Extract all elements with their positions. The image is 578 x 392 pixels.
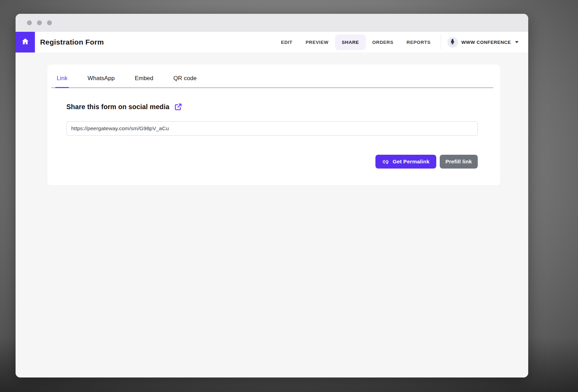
nav-item-reports[interactable]: REPORTS bbox=[400, 35, 437, 50]
home-button[interactable] bbox=[16, 32, 35, 52]
window-control-dot[interactable] bbox=[27, 20, 32, 25]
prefill-link-label: Prefill link bbox=[446, 159, 472, 165]
external-link-icon[interactable] bbox=[174, 103, 183, 111]
tab-whatsapp[interactable]: WhatsApp bbox=[86, 72, 116, 88]
app-window: Registration Form EDIT PREVIEW SHARE ORD… bbox=[16, 14, 528, 377]
account-name: WWW CONFERENCE bbox=[462, 40, 511, 45]
chevron-down-icon bbox=[515, 41, 519, 43]
share-card: Link WhatsApp Embed QR code Share this f… bbox=[47, 65, 500, 185]
prefill-link-button[interactable]: Prefill link bbox=[440, 155, 478, 169]
share-url-input[interactable] bbox=[66, 121, 478, 136]
tab-embed[interactable]: Embed bbox=[133, 72, 155, 88]
header-nav: EDIT PREVIEW SHARE ORDERS REPORTS bbox=[274, 35, 519, 50]
nav-item-share[interactable]: SHARE bbox=[335, 35, 365, 50]
nav-item-orders[interactable]: ORDERS bbox=[366, 35, 400, 50]
avatar bbox=[447, 37, 458, 48]
speaker-podium-icon bbox=[449, 38, 456, 46]
nav-item-edit[interactable]: EDIT bbox=[274, 35, 299, 50]
account-menu[interactable]: WWW CONFERENCE bbox=[447, 35, 519, 50]
tab-qr-code[interactable]: QR code bbox=[172, 72, 198, 88]
app-header: Registration Form EDIT PREVIEW SHARE ORD… bbox=[16, 32, 528, 52]
window-control-dot[interactable] bbox=[37, 20, 42, 25]
link-plus-icon bbox=[382, 158, 389, 165]
nav-item-preview[interactable]: PREVIEW bbox=[299, 35, 335, 50]
share-heading: Share this form on social media bbox=[66, 103, 169, 111]
window-titlebar bbox=[16, 14, 528, 32]
home-icon bbox=[21, 37, 29, 47]
share-tabs: Link WhatsApp Embed QR code bbox=[51, 65, 493, 88]
page-title: Registration Form bbox=[40, 38, 104, 46]
share-panel: Share this form on social media bbox=[47, 103, 500, 169]
window-control-dot[interactable] bbox=[47, 20, 52, 25]
tab-link[interactable]: Link bbox=[55, 72, 69, 88]
main-content: Link WhatsApp Embed QR code Share this f… bbox=[16, 52, 528, 377]
actions-row: Get Permalink Prefill link bbox=[66, 155, 478, 169]
get-permalink-button[interactable]: Get Permalink bbox=[375, 155, 436, 169]
get-permalink-label: Get Permalink bbox=[393, 159, 430, 165]
header-divider bbox=[441, 35, 441, 49]
